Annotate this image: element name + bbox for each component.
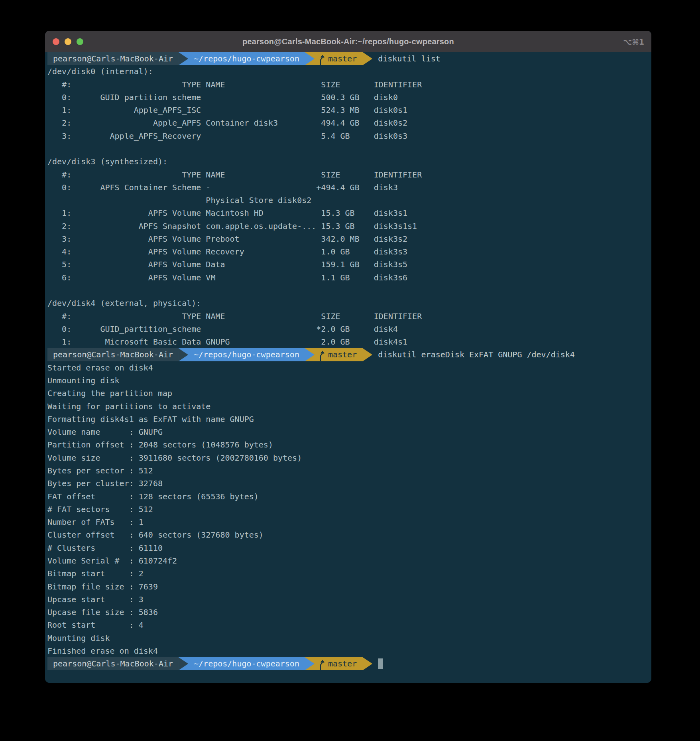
- terminal-content[interactable]: pearson@Carls-MacBook-Air ~/repos/hugo-c…: [45, 52, 651, 683]
- window-controls: [53, 31, 83, 52]
- prompt-line-1: pearson@Carls-MacBook-Air ~/repos/hugo-c…: [47, 52, 649, 65]
- terminal-cursor: [378, 658, 383, 669]
- minimize-button[interactable]: [65, 38, 71, 45]
- git-branch-name: master: [328, 52, 357, 65]
- command-text: diskutil eraseDisk ExFAT GNUPG /dev/disk…: [378, 348, 575, 361]
- close-button[interactable]: [53, 38, 59, 45]
- prompt-directory: ~/repos/hugo-cwpearson: [188, 657, 305, 670]
- tab-shortcut-badge: ⌥⌘1: [623, 31, 644, 52]
- prompt-git-segment: master: [315, 657, 363, 670]
- window-titlebar[interactable]: pearson@Carls-MacBook-Air:~/repos/hugo-c…: [45, 31, 651, 52]
- prompt-directory: ~/repos/hugo-cwpearson: [188, 52, 305, 65]
- powerline-arrow-icon: [305, 348, 315, 361]
- powerline-arrow-icon: [305, 52, 315, 65]
- prompt-line-current: pearson@Carls-MacBook-Air ~/repos/hugo-c…: [47, 657, 649, 670]
- powerline-arrow-icon: [179, 52, 188, 65]
- maximize-button[interactable]: [77, 38, 83, 45]
- powerline-arrow-icon: [363, 657, 372, 670]
- powerline-arrow-icon: [179, 348, 188, 361]
- git-branch-icon: [319, 55, 324, 65]
- terminal-window: pearson@Carls-MacBook-Air:~/repos/hugo-c…: [45, 31, 651, 683]
- powerline-arrow-icon: [363, 52, 372, 65]
- diskutil-list-output: /dev/disk0 (internal): #: TYPE NAME SIZE…: [47, 65, 649, 348]
- powerline-arrow-icon: [363, 348, 372, 361]
- command-text: diskutil list: [378, 52, 440, 65]
- powerline-arrow-icon: [305, 657, 315, 670]
- git-branch-icon: [319, 660, 324, 670]
- erase-disk-output: Started erase on disk4 Unmounting disk C…: [47, 361, 649, 657]
- prompt-user-host: pearson@Carls-MacBook-Air: [47, 348, 179, 361]
- window-title: pearson@Carls-MacBook-Air:~/repos/hugo-c…: [45, 37, 651, 46]
- git-branch-name: master: [328, 348, 357, 361]
- prompt-directory: ~/repos/hugo-cwpearson: [188, 348, 305, 361]
- prompt-user-host: pearson@Carls-MacBook-Air: [47, 52, 179, 65]
- git-branch-icon: [319, 351, 324, 361]
- prompt-git-segment: master: [315, 52, 363, 65]
- prompt-user-host: pearson@Carls-MacBook-Air: [47, 657, 179, 670]
- git-branch-name: master: [328, 657, 357, 670]
- prompt-git-segment: master: [315, 348, 363, 361]
- prompt-line-2: pearson@Carls-MacBook-Air ~/repos/hugo-c…: [47, 348, 649, 361]
- powerline-arrow-icon: [179, 657, 188, 670]
